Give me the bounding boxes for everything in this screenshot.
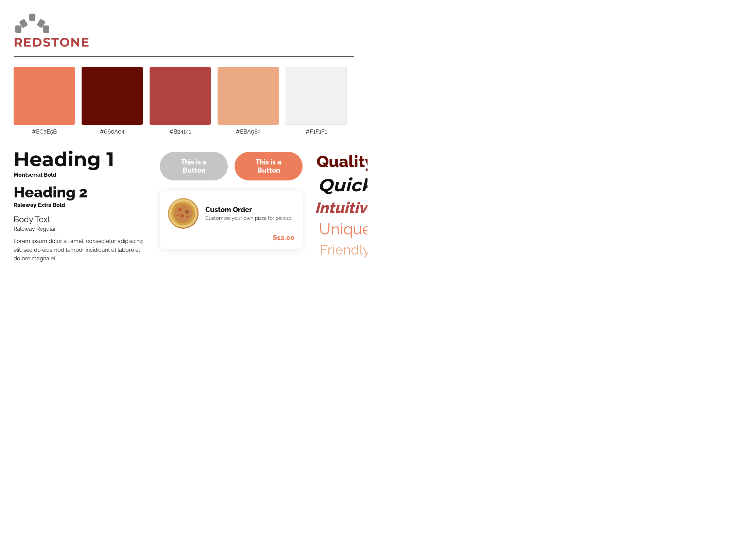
pizza-card: Custom Order Customize your own pizza fo…	[160, 191, 303, 249]
heading2: Heading 2	[14, 184, 146, 200]
middle-column: This is a Button This is a Button	[146, 148, 303, 263]
heading1: Heading 1	[14, 148, 146, 170]
pizza-svg	[168, 198, 199, 229]
svg-point-9	[185, 210, 188, 212]
swatch-1: #EC7E5B	[14, 67, 75, 135]
swatch-label-3: #B24141	[169, 128, 191, 135]
swatch-5: #F1F1F1	[286, 67, 347, 135]
brand-word-quality: Quality	[313, 152, 368, 171]
swatch-3: #B24141	[150, 67, 211, 135]
swatch-label-5: #F1F1F1	[306, 128, 327, 135]
active-button[interactable]: This is a Button	[235, 152, 303, 180]
heading2-font-label: Raleway Extra Bold	[14, 202, 146, 208]
logo-wrapper: REDSTONE	[14, 10, 90, 50]
redstone-logo-icon	[14, 10, 51, 34]
brand-word-quick: Quick	[313, 174, 368, 196]
card-text: Custom Order Customize your own pizza fo…	[205, 206, 293, 221]
swatch-4: #EBA984	[218, 67, 279, 135]
svg-point-13	[183, 207, 185, 209]
heading1-font-label: Montserrat Bold	[14, 172, 146, 178]
body-font-label: Raleway Regular	[14, 226, 146, 232]
svg-point-12	[177, 214, 180, 216]
divider	[14, 56, 354, 57]
brand-word-friendly: Friendly	[313, 242, 368, 258]
logo-section: REDSTONE	[14, 10, 354, 50]
svg-point-10	[181, 214, 184, 217]
buttons-row: This is a Button This is a Button	[160, 152, 303, 180]
pizza-image	[168, 198, 199, 229]
card-inner: Custom Order Customize your own pizza fo…	[168, 198, 294, 229]
lorem-text: Lorem ipsum dolor sit amet, consectetur …	[14, 237, 146, 263]
svg-rect-4	[43, 25, 49, 33]
right-column: Quality Quick Intuitive Unique Friendly	[303, 148, 368, 263]
body-text-label: Body Text	[14, 214, 146, 224]
swatch-2: #660A04	[82, 67, 143, 135]
swatch-color-4	[218, 67, 279, 125]
swatch-color-5	[286, 67, 347, 125]
brand-word-unique: Unique	[313, 220, 368, 238]
swatch-color-3	[150, 67, 211, 125]
swatch-color-1	[14, 67, 75, 125]
svg-point-7	[174, 204, 193, 223]
svg-rect-2	[29, 14, 35, 21]
svg-point-8	[178, 208, 182, 211]
brand-word-intuitive: Intuitive	[313, 199, 368, 216]
card-price: $12.00	[273, 233, 294, 242]
logo-text: REDSTONE	[14, 35, 90, 50]
inactive-button[interactable]: This is a Button	[160, 152, 228, 180]
left-column: Heading 1 Montserrat Bold Heading 2 Rale…	[14, 148, 146, 263]
swatch-label-2: #660A04	[100, 128, 124, 135]
main-content: Heading 1 Montserrat Bold Heading 2 Rale…	[14, 148, 354, 263]
svg-rect-0	[15, 25, 21, 33]
swatch-label-1: #EC7E5B	[32, 128, 57, 135]
svg-point-11	[186, 215, 189, 218]
card-description: Customize your own pizza for pickup!	[205, 215, 293, 221]
color-palette: #EC7E5B #660A04 #B24141 #EBA984 #F1F1F1	[14, 67, 354, 135]
swatch-color-2	[82, 67, 143, 125]
card-title: Custom Order	[205, 206, 293, 214]
swatch-label-4: #EBA984	[236, 128, 261, 135]
card-price-row: $12.00	[168, 233, 294, 242]
